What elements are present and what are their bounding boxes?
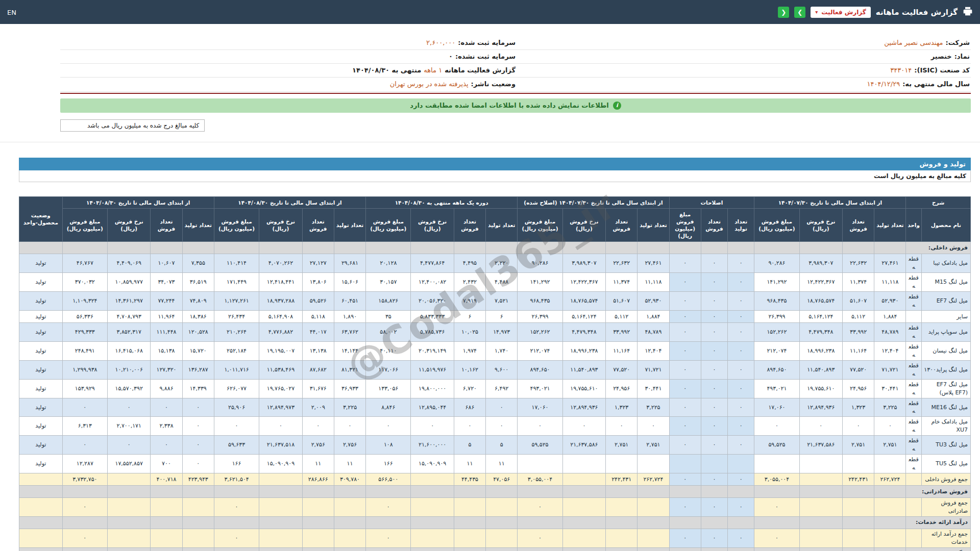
value-cell: ۰ bbox=[669, 323, 701, 342]
value-cell: ۵۱,۶۰۷ bbox=[842, 292, 874, 311]
value-cell bbox=[108, 529, 151, 547]
value-cell: ۱۱۱,۴۴۸ bbox=[151, 323, 182, 342]
value-cell bbox=[799, 498, 842, 517]
column-header: تعداد تولید bbox=[182, 208, 214, 242]
value-cell: ۱۹,۷۵۵,۶۱۰ bbox=[562, 379, 605, 398]
value-cell: ۲۱,۶۳۷,۵۸۶ bbox=[799, 436, 842, 455]
value-cell bbox=[366, 516, 411, 529]
table-row: میل لنگ TU5قطعه۱۱۱۱۱۵,۰۹۰,۹۰۹۱۶۶۱۱۱۱۱۵,۰… bbox=[19, 455, 971, 473]
value-cell: ۰ bbox=[366, 498, 411, 517]
value-cell: ۱۵,۰۹۰,۹۰۹ bbox=[411, 455, 454, 473]
isic-field: کد صنعت (ISIC): ۳۴۳۰۱۴ bbox=[516, 65, 970, 76]
value-cell: ۶۰,۴۵۱ bbox=[334, 292, 365, 311]
value-cell: ۱۱,۵۴۰,۸۹۳ bbox=[799, 360, 842, 379]
unit-cell: قطعه bbox=[906, 341, 921, 360]
value-cell: ۱,۸۹۰ bbox=[334, 311, 365, 323]
value-cell: ۲۷,۴۶۱ bbox=[638, 254, 669, 273]
navbar-right-group: گزارش فعالیت ماهانه گزارش فعالیت ▾ ❯ ❮ bbox=[778, 6, 973, 18]
value-cell: ۱۱,۱۶۴ bbox=[606, 341, 638, 360]
value-cell: ۸۷,۶۸۲ bbox=[302, 360, 334, 379]
value-cell bbox=[214, 242, 259, 254]
value-cell bbox=[259, 516, 302, 529]
value-cell: ۲۱۰,۲۶۴ bbox=[214, 323, 259, 342]
status-cell bbox=[19, 242, 63, 254]
value-cell bbox=[411, 473, 454, 486]
value-cell: ۹,۸۸۶ bbox=[151, 379, 182, 398]
value-cell: ۱,۸۸۴ bbox=[638, 311, 669, 323]
publisher-status-label: وضعیت ناشر: bbox=[471, 79, 516, 89]
value-cell: ۰ bbox=[669, 292, 701, 311]
page-title: گزارش فعالیت ماهانه bbox=[876, 8, 958, 17]
value-cell: ۴۴,۴۳۵ bbox=[454, 473, 485, 486]
value-cell: ۴,۷۷۶,۸۸۲ bbox=[259, 323, 302, 342]
value-cell: ۲,۴۳۲ bbox=[454, 273, 485, 292]
unit-cell: قطعه bbox=[906, 273, 921, 292]
value-cell: ۳,۹۸۹,۳۰۷ bbox=[799, 254, 842, 273]
company-name-link[interactable]: مهندسی نصیر ماشین bbox=[884, 38, 943, 48]
value-cell: ۱۰,۰۲۵ bbox=[454, 323, 485, 342]
value-cell: ۰ bbox=[214, 417, 259, 436]
value-cell bbox=[302, 547, 334, 551]
value-cell bbox=[454, 516, 485, 529]
value-cell: ۱۰,۲۱۰,۰۰۶ bbox=[108, 360, 151, 379]
value-cell bbox=[454, 486, 485, 498]
value-cell: ۰ bbox=[728, 273, 754, 292]
value-cell: ۶ bbox=[454, 311, 485, 323]
language-toggle[interactable]: EN bbox=[7, 9, 16, 16]
value-cell: ۰ bbox=[754, 498, 799, 517]
value-cell: ۱۱,۳۷۴ bbox=[842, 273, 874, 292]
next-report-button[interactable]: ❯ bbox=[794, 7, 805, 18]
value-cell bbox=[518, 455, 562, 473]
value-cell bbox=[486, 529, 518, 547]
value-cell bbox=[108, 473, 151, 486]
value-cell: ۱۲,۴۰۰,۰۸۲ bbox=[411, 273, 454, 292]
value-cell: ۳,۷۳۲,۷۵۰ bbox=[62, 473, 107, 486]
value-cell: ۰ bbox=[518, 498, 562, 517]
column-header: تعداد تولید bbox=[874, 208, 906, 242]
prev-report-button[interactable]: ❮ bbox=[778, 7, 789, 18]
value-cell bbox=[728, 516, 754, 529]
value-cell bbox=[874, 529, 906, 547]
unregistered-capital-label: سرمایه ثبت نشده: bbox=[455, 52, 516, 62]
value-cell bbox=[562, 498, 605, 517]
value-cell: ۱۹,۸۰۰,۰۰۰ bbox=[411, 379, 454, 398]
table-header: شرحاز ابتدای سال مالی تا تاریخ ۱۴۰۴/۰۷/۳… bbox=[19, 196, 971, 242]
value-cell bbox=[182, 529, 214, 547]
status-cell bbox=[19, 473, 63, 486]
value-cell bbox=[214, 516, 259, 529]
table-body: فروش داخلی:میل بادامک تیباقطعه۲۷,۴۶۱۲۲,۶… bbox=[19, 242, 971, 551]
value-cell bbox=[334, 242, 365, 254]
unit-cell bbox=[906, 529, 921, 547]
value-cell: ۱۴۱,۲۹۲ bbox=[518, 273, 562, 292]
value-cell: ۲۵,۹۰۶ bbox=[214, 398, 259, 417]
report-type-select[interactable]: گزارش فعالیت ▾ bbox=[811, 7, 870, 18]
value-cell bbox=[411, 516, 454, 529]
table-row: جمع فروش داخلی۲۶۲,۷۲۴۲۴۲,۴۳۱۳,۰۵۵,۰۰۴۰۰۰… bbox=[19, 473, 971, 486]
value-cell bbox=[606, 529, 638, 547]
value-cell bbox=[728, 242, 754, 254]
value-cell bbox=[842, 529, 874, 547]
value-cell: ۰ bbox=[669, 254, 701, 273]
value-cell: ۰ bbox=[669, 498, 701, 517]
value-cell: ۰ bbox=[728, 398, 754, 417]
page-divider bbox=[0, 142, 980, 142]
value-cell: ۶,۴۹۲ bbox=[486, 379, 518, 398]
value-cell bbox=[486, 242, 518, 254]
print-icon[interactable] bbox=[963, 6, 973, 18]
value-cell: ۰ bbox=[669, 417, 701, 436]
product-name-cell: سایر bbox=[921, 311, 970, 323]
value-cell: ۲,۷۰۰,۱۷۱ bbox=[108, 417, 151, 436]
value-cell bbox=[562, 486, 605, 498]
product-name-cell: میل لنگ نیسان bbox=[921, 341, 970, 360]
company-field: شرکت: مهندسی نصیر ماشین bbox=[516, 38, 970, 48]
value-cell bbox=[302, 498, 334, 517]
column-header: مبلغ فروش (میلیون ریال) bbox=[62, 208, 107, 242]
value-cell bbox=[486, 486, 518, 498]
value-cell: ۲۰,۳۱۹,۱۴۹ bbox=[411, 341, 454, 360]
value-cell: ۱۶۶ bbox=[366, 455, 411, 473]
value-cell bbox=[701, 547, 727, 551]
value-cell: ۲۴,۹۵۶ bbox=[606, 379, 638, 398]
value-cell: ۲,۷۵۶ bbox=[302, 436, 334, 455]
table-row: میل لنگ نیسانقطعه۱۲,۴۰۴۱۱,۱۶۴۱۸,۹۹۶,۲۳۸۲… bbox=[19, 341, 971, 360]
value-cell: ۱۴,۳۳۹ bbox=[182, 379, 214, 398]
